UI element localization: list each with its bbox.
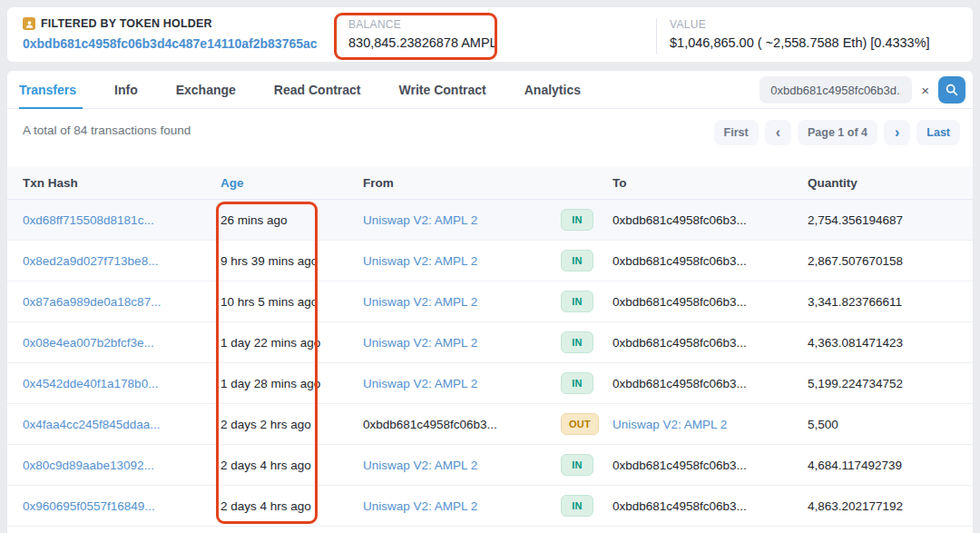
from-cell[interactable]: Uniswap V2: AMPL 2 [363,377,477,390]
from-cell[interactable]: Uniswap V2: AMPL 2 [363,499,477,513]
txn-hash-link[interactable]: 0x08e4ea007b2bfcf3e... [23,336,154,350]
quantity-cell: 4,863.202177192 [808,499,903,513]
tab-write-contract[interactable]: Write Contract [380,71,505,109]
search-input[interactable] [760,76,912,104]
to-cell: 0xbdb681c4958fc06b3... [612,336,747,350]
txn-hash-link[interactable]: 0x80c9d89aabe13092... [23,459,154,472]
table-row: 0x960695f0557f16849... 2 days 4 hrs ago … [7,486,973,527]
balance-label: BALANCE [348,18,497,31]
to-cell[interactable]: Uniswap V2: AMPL 2 [612,418,727,431]
pagination-next-button[interactable]: › [884,120,910,145]
direction-badge: IN [561,372,593,394]
txn-hash-link[interactable]: 0x4faa4cc245f845ddaa... [23,418,161,431]
token-transfers-page: FILTERED BY TOKEN HOLDER 0xbdb681c4958fc… [0,0,980,533]
to-cell: 0xbdb681c4958fc06b3... [612,459,747,472]
direction-badge: IN [561,209,593,231]
quantity-cell: 2,754.356194687 [808,213,903,227]
table-row: 0x4542dde40f1a178b0... 1 day 28 mins ago… [7,363,973,404]
pagination-prev-button[interactable]: ‹ [765,120,791,145]
column-header-quantity: Quantity [808,176,858,190]
pagination-page-indicator: Page 1 of 4 [798,120,877,145]
table-row: 0x08e4ea007b2bfcf3e... 1 day 22 mins ago… [7,322,973,363]
age-cell: 10 hrs 5 mins ago [220,295,318,309]
holder-address-link[interactable]: 0xbdb681c4958fc06b3d4c487e14110af2b83765… [23,36,318,51]
age-cell: 2 days 2 hrs ago [220,418,311,431]
table-row: 0xd68ff715508d8181c... 26 mins ago Unisw… [7,200,973,241]
txn-hash-link[interactable]: 0xd68ff715508d8181c... [23,213,154,227]
txn-hash-link[interactable]: 0x87a6a989de0a18c87... [23,295,161,309]
column-header-txn-hash: Txn Hash [23,176,78,190]
pagination-last-button[interactable]: Last [916,120,960,145]
to-cell: 0xbdb681c4958fc06b3... [612,377,747,390]
from-cell[interactable]: Uniswap V2: AMPL 2 [363,459,477,472]
tabs-bar: Transfers Info Exchange Read Contract Wr… [7,71,973,109]
filter-label: FILTERED BY TOKEN HOLDER [41,17,212,30]
direction-badge: IN [561,495,593,517]
quantity-cell: 5,500 [808,418,838,431]
to-cell: 0xbdb681c4958fc06b3... [612,295,747,309]
to-cell: 0xbdb681c4958fc06b3... [612,254,747,268]
quantity-cell: 4,363.081471423 [808,336,903,350]
age-cell: 9 hrs 39 mins ago [220,254,318,268]
table-row: 0x80c9d89aabe13092... 2 days 4 hrs ago U… [7,445,973,486]
quantity-cell: 2,867.507670158 [808,254,903,268]
holder-summary-card: FILTERED BY TOKEN HOLDER 0xbdb681c4958fc… [7,7,973,62]
txn-hash-link[interactable]: 0x8ed2a9d027f713be8... [23,254,158,268]
direction-badge: IN [561,454,593,476]
tab-read-contract[interactable]: Read Contract [255,71,380,109]
clear-search-icon[interactable]: × [917,82,933,99]
tab-info[interactable]: Info [95,71,157,109]
balance-value: 830,845.23826878 AMPL [348,35,497,50]
to-cell: 0xbdb681c4958fc06b3... [612,213,747,227]
value-label: VALUE [670,18,930,31]
column-header-from: From [363,176,394,190]
tab-exchange[interactable]: Exchange [157,71,255,109]
age-cell: 26 mins ago [220,213,288,227]
token-holder-icon [23,17,35,30]
filter-section: FILTERED BY TOKEN HOLDER 0xbdb681c4958fc… [23,17,318,51]
table-row: 0x8ed2a9d027f713be8... 9 hrs 39 mins ago… [7,241,973,281]
search-area: × [760,76,965,104]
from-cell[interactable]: Uniswap V2: AMPL 2 [363,295,477,309]
transfers-card: Transfers Info Exchange Read Contract Wr… [7,71,973,533]
quantity-cell: 3,341.823766611 [808,295,902,309]
pagination: First ‹ Page 1 of 4 › Last [714,120,960,145]
transactions-count-text: A total of 84 transactions found [23,123,191,137]
column-header-to: To [612,176,627,190]
table-body: 0xd68ff715508d8181c... 26 mins ago Unisw… [7,200,973,527]
to-cell: 0xbdb681c4958fc06b3... [612,499,747,513]
tab-transfers[interactable]: Transfers [19,71,95,109]
divider [656,18,657,54]
txn-hash-link[interactable]: 0x960695f0557f16849... [23,499,155,513]
direction-badge: IN [561,250,593,271]
balance-section: BALANCE 830,845.23826878 AMPL [348,18,497,50]
direction-badge: OUT [561,413,599,435]
age-cell: 1 day 28 mins ago [220,377,320,390]
column-header-age[interactable]: Age [220,176,244,190]
from-cell[interactable]: Uniswap V2: AMPL 2 [363,213,477,227]
age-cell: 2 days 4 hrs ago [220,459,311,472]
from-cell: 0xbdb681c4958fc06b3... [363,418,497,431]
search-icon [946,84,958,96]
value-amount: $1,046,865.00 ( ~2,558.7588 Eth) [0.4333… [670,35,930,50]
direction-badge: IN [561,291,593,312]
value-section: VALUE $1,046,865.00 ( ~2,558.7588 Eth) [… [670,18,930,50]
direction-badge: IN [561,331,593,353]
search-button[interactable] [938,76,965,104]
age-cell: 2 days 4 hrs ago [220,499,311,513]
table-header: Txn Hash Age From To Quantity [7,166,973,200]
table-row: 0x4faa4cc245f845ddaa... 2 days 2 hrs ago… [7,404,973,445]
quantity-cell: 4,684.117492739 [808,459,902,472]
age-cell: 1 day 22 mins ago [220,336,320,350]
divider [337,18,338,54]
tab-analytics[interactable]: Analytics [505,71,600,109]
from-cell[interactable]: Uniswap V2: AMPL 2 [363,254,477,268]
pagination-first-button[interactable]: First [714,120,759,145]
table-row: 0x87a6a989de0a18c87... 10 hrs 5 mins ago… [7,281,973,322]
txn-hash-link[interactable]: 0x4542dde40f1a178b0... [23,377,158,390]
from-cell[interactable]: Uniswap V2: AMPL 2 [363,336,477,350]
quantity-cell: 5,199.224734752 [808,377,903,390]
